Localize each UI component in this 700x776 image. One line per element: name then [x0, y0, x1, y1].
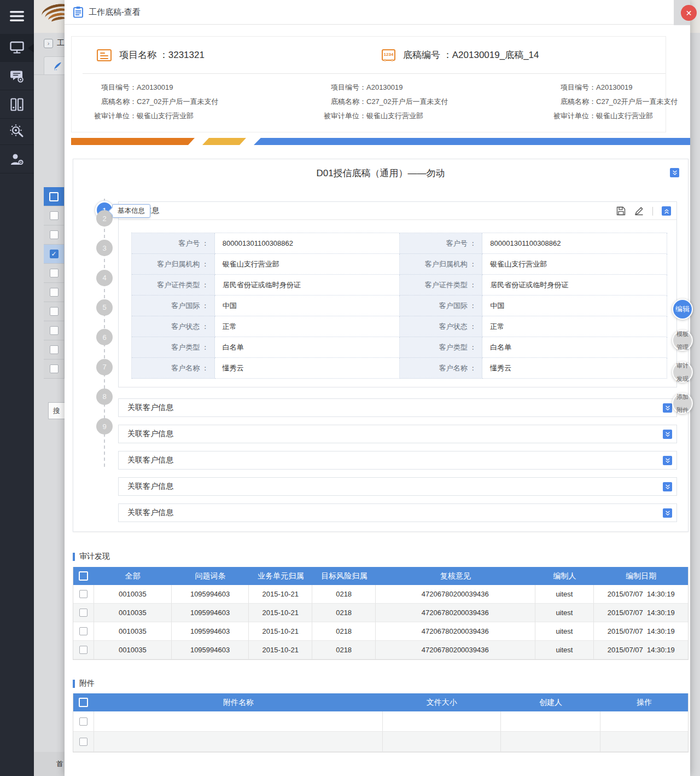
- table-cell: 47206780200039436: [376, 604, 535, 622]
- table-row: [73, 711, 688, 732]
- table-cell: 0010035: [94, 585, 172, 604]
- row-checkbox[interactable]: [50, 211, 59, 220]
- row-checkbox[interactable]: [79, 646, 88, 654]
- section-expand-button[interactable]: [663, 508, 672, 518]
- fab-add-attachment[interactable]: 添加附件: [672, 393, 693, 414]
- step-circle-5[interactable]: 5: [96, 299, 113, 316]
- field-value: ：A20130019: [589, 83, 633, 91]
- form-collapse-button[interactable]: [670, 168, 679, 177]
- related-customer-section[interactable]: 关联客户信息: [118, 451, 677, 470]
- table-cell: 2015/07/07 14:30:19: [594, 585, 688, 604]
- sidebar-item-messages[interactable]: [0, 62, 34, 90]
- row-checkbox[interactable]: [79, 590, 88, 598]
- background-list-row: [44, 225, 65, 245]
- row-checkbox[interactable]: [79, 627, 88, 635]
- select-all-checkbox[interactable]: [49, 192, 59, 201]
- fab-template-manage[interactable]: 模板管理: [672, 330, 693, 351]
- table-cell: uitest: [535, 622, 594, 641]
- pagination-first[interactable]: 首: [34, 752, 65, 776]
- select-all-checkbox[interactable]: [79, 698, 88, 707]
- basic-collapse-button[interactable]: [662, 206, 671, 216]
- header-checkbox-cell: [73, 693, 94, 711]
- row-checkbox[interactable]: [50, 364, 59, 373]
- field-label-cell: 客户号 ：: [132, 233, 215, 254]
- attachments-section-label: 附件: [73, 679, 95, 688]
- sidebar-item-system-settings[interactable]: [0, 117, 34, 145]
- draft-info-field: 底稿名称：C27_02开户后一直未支付: [320, 97, 448, 107]
- save-icon[interactable]: [616, 206, 626, 216]
- edit-icon[interactable]: [634, 206, 644, 216]
- row-checkbox[interactable]: [79, 609, 88, 617]
- step-circle-7[interactable]: 7: [96, 359, 113, 375]
- monitor-icon: [10, 41, 24, 54]
- sidebar-item-archives[interactable]: [0, 91, 34, 119]
- step-circle-8[interactable]: 8: [96, 389, 113, 405]
- step-circle-6[interactable]: 6: [96, 329, 113, 345]
- related-customer-section[interactable]: 关联客户信息: [118, 425, 677, 443]
- field-row: 客户名称 ：懂秀云客户名称 ：懂秀云: [132, 358, 667, 379]
- fab-label: 附件: [676, 407, 689, 413]
- row-checkbox[interactable]: ✓: [50, 250, 59, 258]
- section-expand-button[interactable]: [663, 456, 672, 465]
- row-checkbox[interactable]: [50, 307, 59, 316]
- workpaper-view-dialog: 工作底稿-查看 项目名称 ：3231321 1234 底稿编号 ：A201300…: [65, 0, 690, 776]
- select-all-checkbox[interactable]: [79, 571, 88, 581]
- dialog-title: 工作底稿-查看: [89, 7, 141, 18]
- dialog-titlebar: 工作底稿-查看: [65, 0, 690, 25]
- field-label: 被审计单位: [550, 111, 589, 121]
- draft-no-text: 底稿编号 ：A20130019_底稿_14: [403, 49, 539, 61]
- draft-info-column: 项目编号：A20130019底稿名称：C27_02开户后一直未支付被审计单位：银…: [320, 83, 448, 125]
- sidebar-item-user-management[interactable]: [0, 146, 34, 173]
- draft-info-field: 被审计单位：银雀山支行营业部: [320, 111, 448, 121]
- row-checkbox[interactable]: [50, 288, 59, 297]
- background-search-label: 搜: [53, 406, 60, 416]
- breadcrumb-expand-icon[interactable]: ›: [44, 39, 53, 48]
- draft-info-field: 被审计单位：银雀山支行营业部: [90, 111, 219, 121]
- sidebar-menu-toggle[interactable]: [0, 0, 34, 32]
- step-circle-9[interactable]: 9: [96, 418, 113, 435]
- field-value-cell: 居民省份证或临时身份证: [215, 275, 400, 296]
- table-cell: [501, 711, 601, 732]
- section-expand-button[interactable]: [663, 482, 672, 491]
- table-cell: 0218: [312, 585, 376, 604]
- row-checkbox[interactable]: [50, 230, 59, 239]
- field-label-cell: 客户名称 ：: [132, 358, 215, 379]
- table-cell: [94, 711, 383, 732]
- clipboard-icon: [73, 6, 84, 18]
- table-cell: 0218: [312, 622, 376, 641]
- header-cell: 复核意见: [376, 567, 535, 585]
- attachments-section-title: 附件: [79, 679, 95, 688]
- fab-audit-findings[interactable]: 审计发现: [672, 362, 693, 383]
- related-customer-section[interactable]: 关联客户信息: [118, 477, 677, 496]
- field-label: 底稿名称: [90, 97, 130, 107]
- draft-info-field: 被审计单位：银雀山支行营业部: [550, 111, 678, 121]
- table-cell: 1095994603: [172, 641, 249, 659]
- field-value-cell: 白名单: [215, 337, 400, 358]
- related-customer-section[interactable]: 关联客户信息: [118, 398, 677, 417]
- step-circle-3[interactable]: 3: [96, 240, 113, 256]
- step-circle-4[interactable]: 4: [96, 270, 113, 286]
- row-checkbox[interactable]: [79, 738, 88, 746]
- fab-label: 管理: [676, 344, 689, 350]
- row-checkbox[interactable]: [50, 345, 59, 354]
- project-name-group: 项目名称 ：3231321: [97, 49, 205, 61]
- field-row: 客户归属机构 ：银雀山支行营业部客户归属机构 ：银雀山支行营业部: [132, 254, 667, 275]
- d01-form-section: D01授信底稿（通用）——勿动 123456789 基本信息: [73, 159, 689, 532]
- row-checkbox[interactable]: [79, 717, 88, 726]
- row-checkbox[interactable]: [50, 326, 59, 335]
- section-expand-button[interactable]: [663, 430, 672, 439]
- close-button[interactable]: ✕: [681, 5, 697, 21]
- field-label-cell: 客户类型 ：: [400, 337, 483, 358]
- field-value-cell: 中国: [482, 296, 667, 316]
- row-checkbox[interactable]: [50, 269, 59, 277]
- fab-edit[interactable]: 编辑: [672, 299, 693, 320]
- field-value-cell: 中国: [215, 296, 400, 316]
- field-value-cell: 800001301100308862: [215, 233, 400, 254]
- field-label: 底稿名称: [320, 97, 359, 107]
- active-menu-indicator: [28, 44, 34, 53]
- related-customer-section[interactable]: 关联客户信息: [118, 503, 677, 522]
- table-cell: 2015/07/07 14:30:19: [594, 604, 688, 622]
- field-label-cell: 客户国际 ：: [132, 296, 215, 316]
- header-cell: 全部: [94, 567, 172, 585]
- section-expand-button[interactable]: [663, 403, 672, 413]
